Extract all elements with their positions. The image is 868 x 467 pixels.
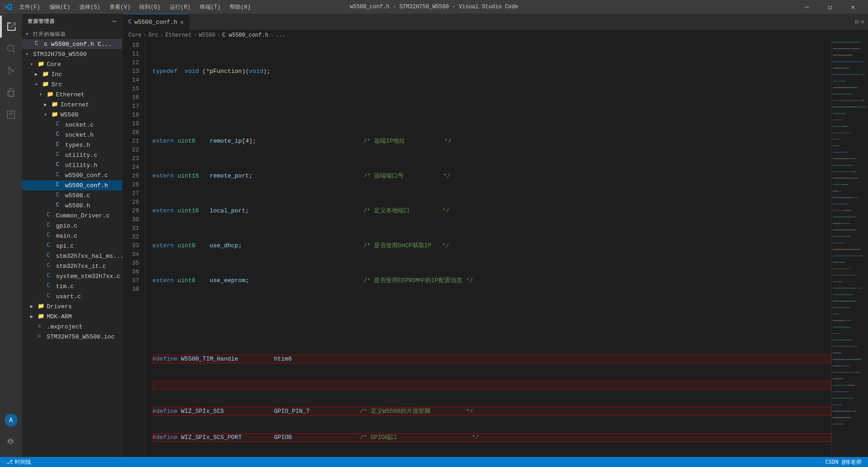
folder-src[interactable]: ▾ 📁 Src: [22, 79, 122, 89]
activity-settings[interactable]: [0, 431, 22, 453]
h-icon: C: [56, 141, 63, 149]
split-editor-icon[interactable]: ⊟: [855, 18, 858, 26]
activity-bar-bottom: A: [0, 409, 22, 457]
avatar[interactable]: A: [5, 414, 17, 427]
sidebar-header: 资源管理器 ⋯: [22, 14, 122, 29]
code-line-12: extern uint8 remote_ip[4]; /* 远端IP地址 */: [153, 137, 831, 145]
folder-core[interactable]: ▾ 📁 Core: [22, 59, 122, 69]
breadcrumb-core[interactable]: Core: [128, 32, 142, 39]
file-stm32-it[interactable]: C stm32h7xx_it.c: [22, 261, 122, 271]
file-tim[interactable]: C tim.c: [22, 281, 122, 291]
open-editors-section[interactable]: ▾ 打开的编辑器: [22, 29, 122, 39]
menu-terminal[interactable]: 终端(T): [196, 2, 225, 12]
file-utility-h[interactable]: C utility.h: [22, 160, 122, 170]
folder-drivers[interactable]: ▶ 📁 Drivers: [22, 301, 122, 311]
drivers-arrow: ▶: [30, 304, 38, 309]
file-main[interactable]: C main.c: [22, 231, 122, 241]
status-branch[interactable]: ⎇ 时间线: [5, 458, 33, 466]
folder-mdk[interactable]: ▶ 📁 MDK-ARM: [22, 311, 122, 322]
c-icon: C: [47, 232, 54, 239]
minimap[interactable]: [831, 41, 868, 457]
folder-inc[interactable]: ▶ 📁 Inc: [22, 69, 122, 79]
file-label: types.h: [65, 142, 90, 149]
tab-close-button[interactable]: ✕: [180, 18, 184, 26]
activity-debug[interactable]: [0, 82, 22, 104]
maximize-button[interactable]: ◻: [819, 0, 841, 14]
close-button[interactable]: ✕: [842, 0, 863, 14]
file-system-stm32[interactable]: C system_stm32h7xx.c: [22, 271, 122, 281]
c-icon: C: [47, 283, 54, 290]
breadcrumb-more[interactable]: ...: [275, 32, 286, 39]
folder-icon: 📁: [42, 71, 49, 78]
code-editor[interactable]: 10 11 12 13 14 15 16 17 18 19 20 21 22 2…: [123, 41, 868, 457]
titlebar-controls[interactable]: — ◻ ✕: [797, 0, 863, 14]
menu-select[interactable]: 选择(S): [76, 2, 104, 12]
tab-icon: C: [128, 19, 132, 25]
menu-help[interactable]: 帮助(H): [226, 2, 254, 12]
breadcrumb-sep1: ›: [143, 32, 147, 39]
file-utility-c[interactable]: C utility.c: [22, 150, 122, 160]
h-file-icon: C: [35, 40, 42, 48]
core-arrow: ▾: [30, 61, 38, 67]
file-label: socket.h: [65, 132, 93, 139]
menu-goto[interactable]: 转到(G): [136, 2, 164, 12]
status-csdn[interactable]: CSDN @徐老师: [824, 458, 863, 466]
file-socket-c[interactable]: C socket.c: [22, 120, 122, 130]
tab-w5500conf[interactable]: C w5500_conf.h ✕: [123, 14, 190, 30]
file-w5500conf-h[interactable]: C w5500_conf.h: [22, 180, 122, 190]
menu-edit[interactable]: 编辑(E): [46, 2, 74, 12]
folder-mdk-label: MDK-ARM: [47, 313, 72, 320]
activity-extensions[interactable]: [0, 104, 22, 126]
file-label: socket.c: [65, 122, 93, 128]
file-w5500conf-c[interactable]: C w5500_conf.c: [22, 170, 122, 180]
folder-ethernet[interactable]: ▾ 📁 Ethernet: [22, 89, 122, 100]
open-editors-label: 打开的编辑器: [33, 31, 66, 38]
mdk-arrow: ▶: [30, 314, 38, 319]
file-w5500-h[interactable]: C w5500.h: [22, 200, 122, 211]
activity-search[interactable]: [0, 38, 22, 60]
sidebar: 资源管理器 ⋯ ▾ 打开的编辑器 C c w5500_conf.h C... ▾…: [22, 14, 123, 457]
file-mxproject[interactable]: ≡ .mxproject: [22, 322, 122, 332]
file-stm32-hal[interactable]: C stm32h7xx_hal_ms...: [22, 251, 122, 261]
c-icon: C: [56, 121, 63, 128]
open-file-w5500conf[interactable]: C c w5500_conf.h C...: [22, 39, 122, 49]
folder-drivers-label: Drivers: [47, 303, 72, 310]
menu-view[interactable]: 查看(V): [106, 2, 134, 12]
code-line-17: [153, 311, 831, 320]
sidebar-tree: ▾ 打开的编辑器 C c w5500_conf.h C... ▾ STM32H7…: [22, 29, 122, 457]
file-types-h[interactable]: C types.h: [22, 140, 122, 150]
c-icon: C: [47, 293, 54, 300]
file-usart[interactable]: C usart.c: [22, 291, 122, 301]
file-common-driver[interactable]: C Common_Driver.c: [22, 211, 122, 221]
file-ioc[interactable]: ≡ STM32H750_W5500.ioc: [22, 332, 122, 342]
folder-w5500[interactable]: ▾ 📁 W5500: [22, 110, 122, 120]
more-actions-icon[interactable]: ≡: [861, 18, 864, 26]
activity-explorer[interactable]: [0, 16, 22, 38]
activity-accounts[interactable]: A: [0, 409, 22, 431]
collapse-arrow: ▾: [26, 31, 33, 37]
sidebar-title: 资源管理器: [27, 18, 55, 25]
c-icon: C: [56, 172, 63, 179]
c-icon: C: [47, 242, 54, 250]
inc-arrow: ▶: [35, 72, 42, 77]
breadcrumb-file[interactable]: C w5500_conf.h: [222, 32, 269, 39]
file-spi[interactable]: C spi.c: [22, 241, 122, 251]
menu-run[interactable]: 运行(R): [166, 2, 194, 12]
minimize-button[interactable]: —: [797, 0, 818, 14]
window-title: w5500_conf.h - STM32H750_W5500 - Visual …: [350, 4, 518, 10]
breadcrumb-w5500[interactable]: W5500: [199, 32, 215, 39]
folder-internet[interactable]: ▶ 📁 Internet: [22, 100, 122, 110]
c-icon: C: [47, 222, 54, 229]
file-socket-h[interactable]: C socket.h: [22, 130, 122, 140]
csdn-label: CSDN @徐老师: [825, 458, 862, 466]
file-w5500-c[interactable]: C w5500.c: [22, 190, 122, 200]
breadcrumb-src[interactable]: Src: [148, 32, 159, 39]
breadcrumb-ethernet[interactable]: Ethernet: [165, 32, 192, 39]
menu-file[interactable]: 文件(F): [16, 2, 44, 12]
code-content[interactable]: typedef void (*pFunction)(void); extern …: [145, 41, 831, 457]
titlebar: 文件(F) 编辑(E) 选择(S) 查看(V) 转到(G) 运行(R) 终端(T…: [0, 0, 868, 14]
project-root[interactable]: ▾ STM32H750_W5500: [22, 49, 122, 59]
new-file-icon[interactable]: ⋯: [113, 17, 117, 25]
activity-source-control[interactable]: [0, 60, 22, 82]
file-gpio[interactable]: C gpio.c: [22, 221, 122, 231]
